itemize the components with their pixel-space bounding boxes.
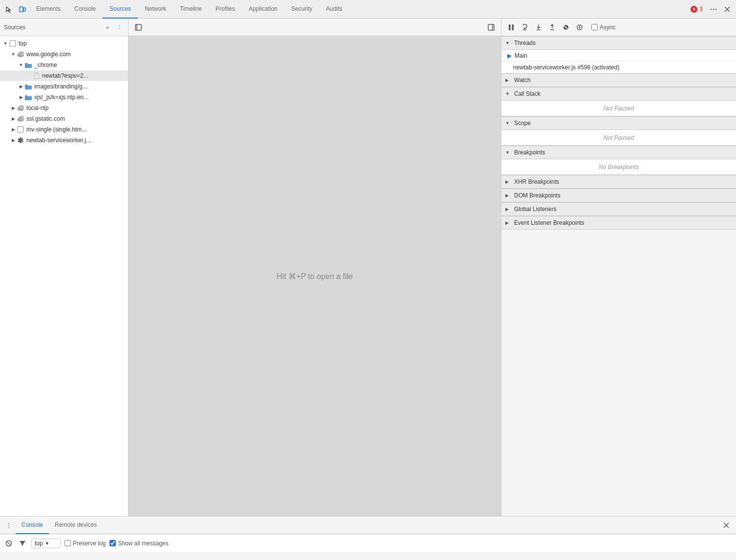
debugger-toolbar: Async — [501, 19, 736, 36]
error-badge[interactable]: ✕ 3 — [687, 6, 707, 13]
folder-icon — [24, 61, 32, 69]
scope-arrow: ▼ — [505, 121, 511, 126]
expand-arrow: ▶ — [10, 105, 17, 111]
debugger-panel: Async ▼ Threads ▶ Main newtab-servicewor… — [501, 19, 736, 516]
global-arrow: ▶ — [505, 207, 511, 212]
tab-application[interactable]: Application — [242, 0, 284, 19]
close-devtools-icon[interactable] — [720, 2, 734, 16]
tab-sources[interactable]: Sources — [103, 0, 138, 19]
domain-icon — [17, 115, 24, 123]
chevron-right-icon[interactable]: » — [103, 22, 112, 32]
preserve-log-label[interactable]: Preserve log — [65, 540, 106, 547]
global-section-header[interactable]: ▶ Global Listeners — [501, 202, 736, 216]
async-checkbox[interactable]: Async — [591, 24, 616, 31]
bottom-panel: ⋮ Console Remote devices top ▼ — [0, 516, 736, 560]
pause-exceptions-button[interactable] — [574, 22, 585, 33]
sources-panel: Sources » ⋮ ▼ top ▼ — [0, 19, 129, 516]
svg-rect-1 — [23, 8, 25, 11]
callstack-state: Not Paused — [604, 105, 634, 112]
show-all-checkbox[interactable] — [109, 540, 116, 546]
tree-label-newtab: newtab?espv=2... — [42, 72, 88, 79]
tab-network[interactable]: Network — [138, 0, 173, 19]
filter-icon[interactable] — [18, 538, 27, 548]
async-checkbox-input[interactable] — [591, 24, 598, 30]
device-icon[interactable] — [16, 2, 29, 16]
tree-label-mv-single: mv-single (single.htm... — [26, 126, 87, 133]
thread-serviceworker[interactable]: newtab-serviceworker.js #596 (activated) — [501, 62, 736, 73]
expand-right-icon[interactable] — [485, 22, 497, 33]
watch-arrow: ▶ — [505, 78, 511, 83]
tab-security[interactable]: Security — [284, 0, 319, 19]
deactivate-breakpoints-button[interactable] — [560, 22, 572, 33]
scope-section-header[interactable]: ▼ Scope — [501, 116, 736, 130]
tree-label-google: www.google.com — [26, 51, 71, 58]
show-all-text: Show all messages — [118, 540, 168, 547]
event-label: Event Listener Breakpoints — [514, 219, 584, 226]
domain-icon — [17, 104, 24, 112]
close-bottom-panel-icon[interactable] — [720, 519, 732, 531]
tree-item-mv-single[interactable]: ▶ mv-single (single.htm... — [0, 124, 128, 135]
inspect-icon[interactable] — [2, 2, 16, 16]
sources-title: Sources — [4, 24, 103, 31]
bottom-menu-icon[interactable]: ⋮ — [4, 520, 14, 530]
callstack-section-header[interactable]: ▼ Call Stack — [501, 87, 736, 101]
tree-item-ssl[interactable]: ▶ ssl.gstatic.com — [0, 113, 128, 124]
step-out-button[interactable] — [546, 22, 558, 33]
tree-label-local-ntp: local-ntp — [26, 105, 48, 111]
header-icons: » ⋮ — [103, 22, 124, 32]
bottom-tab-remote[interactable]: Remote devices — [49, 517, 103, 534]
top-tab-bar: Elements Console Sources Network Timelin… — [0, 0, 736, 19]
threads-section-header[interactable]: ▼ Threads — [501, 36, 736, 50]
breakpoints-section-header[interactable]: ▼ Breakpoints — [501, 146, 736, 159]
thread-main[interactable]: ▶ Main — [501, 50, 736, 62]
context-value: top — [35, 540, 43, 547]
file-icon — [32, 72, 40, 80]
watch-label: Watch — [514, 77, 531, 84]
tree-item-images[interactable]: ▶ images/branding/g... — [0, 81, 128, 92]
domain-icon — [17, 50, 24, 58]
editor-toolbar — [129, 19, 501, 36]
tree-item-xjs[interactable]: ▶ xjs/_js/k=xjs.ntp.en... — [0, 92, 128, 103]
tree-item-serviceworker[interactable]: ▶ newtab-serviceworker.j... — [0, 135, 128, 146]
tree-item-google[interactable]: ▼ www.google.com — [0, 49, 128, 60]
event-section-header[interactable]: ▶ Event Listener Breakpoints — [501, 216, 736, 230]
editor-hint: Hit ⌘+P to open a file — [277, 272, 353, 281]
step-into-button[interactable] — [533, 22, 544, 33]
dom-section-header[interactable]: ▶ DOM Breakpoints — [501, 189, 736, 202]
bottom-tab-console[interactable]: Console — [16, 517, 49, 534]
tab-console[interactable]: Console — [67, 0, 103, 19]
clear-console-icon[interactable] — [4, 538, 14, 548]
show-all-messages-label[interactable]: Show all messages — [109, 540, 168, 547]
tab-elements[interactable]: Elements — [29, 0, 67, 19]
bottom-tabs: ⋮ Console Remote devices — [0, 517, 736, 534]
preserve-log-checkbox[interactable] — [65, 540, 71, 546]
pause-button[interactable] — [505, 22, 517, 33]
tab-profiles[interactable]: Profiles — [209, 0, 242, 19]
more-options-icon[interactable] — [707, 2, 720, 16]
breakpoints-arrow: ▼ — [505, 150, 511, 155]
breakpoints-empty: No Breakpoints — [501, 159, 736, 175]
tab-timeline[interactable]: Timeline — [173, 0, 209, 19]
tree-item-top[interactable]: ▼ top — [0, 38, 128, 49]
tree-item-chrome[interactable]: ▼ _chrome — [0, 60, 128, 70]
expand-arrow: ▶ — [10, 126, 17, 133]
sources-header: Sources » ⋮ — [0, 19, 128, 36]
folder-icon — [24, 93, 32, 101]
callstack-not-paused: Not Paused — [501, 101, 736, 116]
console-bar: top ▼ Preserve log Show all messages — [0, 534, 736, 552]
tree-item-newtab[interactable]: ▶ newtab?espv=2... — [0, 70, 128, 81]
tree-item-local-ntp[interactable]: ▶ local-ntp — [0, 103, 128, 113]
step-over-button[interactable] — [519, 22, 531, 33]
preserve-log-text: Preserve log — [73, 540, 106, 547]
xhr-label: XHR Breakpoints — [514, 178, 559, 185]
svg-rect-23 — [512, 24, 514, 30]
xhr-section-header[interactable]: ▶ XHR Breakpoints — [501, 175, 736, 189]
expand-arrow: ▼ — [10, 51, 17, 58]
tree-label-top: top — [19, 40, 27, 47]
folder-icon — [24, 83, 32, 90]
context-selector[interactable]: top ▼ — [31, 538, 61, 548]
collapse-left-icon[interactable] — [132, 22, 144, 33]
watch-section-header[interactable]: ▶ Watch — [501, 73, 736, 87]
more-sources-icon[interactable]: ⋮ — [114, 22, 124, 32]
tab-audits[interactable]: Audits — [319, 0, 349, 19]
